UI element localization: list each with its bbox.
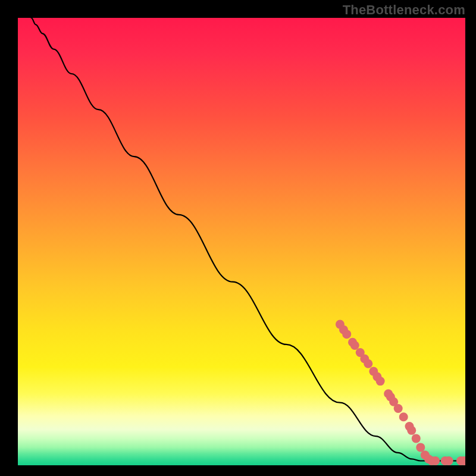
data-point <box>350 341 359 350</box>
data-point <box>364 359 372 368</box>
curve-line <box>32 18 465 461</box>
plot-area <box>18 18 465 465</box>
data-point <box>342 330 351 339</box>
data-point <box>376 377 385 386</box>
data-point <box>444 456 453 465</box>
chart-svg <box>18 18 465 465</box>
chart-frame: TheBottleneck.com <box>0 0 476 476</box>
watermark-text: TheBottleneck.com <box>343 2 465 18</box>
data-point <box>416 443 425 452</box>
data-point <box>407 426 416 435</box>
data-point <box>399 412 408 421</box>
data-point <box>412 434 421 443</box>
data-point <box>394 404 403 413</box>
points-group <box>336 320 465 465</box>
data-point <box>431 456 440 465</box>
